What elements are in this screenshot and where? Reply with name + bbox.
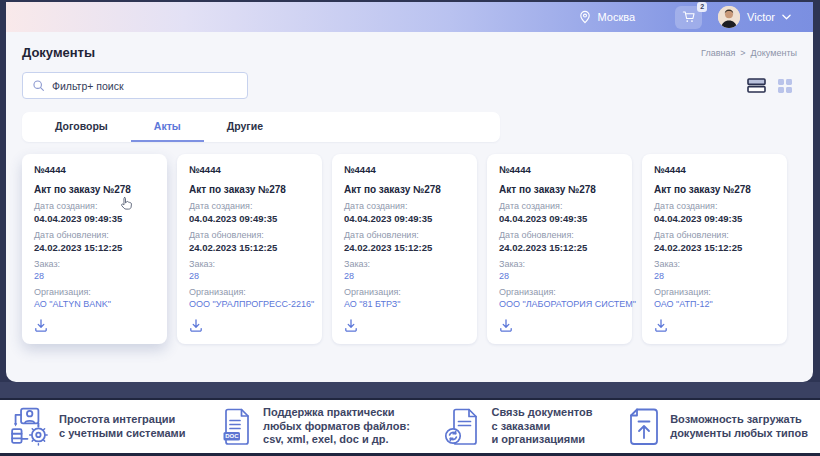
feature-text: Возможность загружать документы любых ти… <box>670 413 808 440</box>
feature-text: Простота интеграции с учетными системами <box>59 413 185 440</box>
org-label: Организация: <box>654 287 775 297</box>
created-value: 04.04.2023 09:49:35 <box>654 213 775 224</box>
document-card[interactable]: №4444 Акт по заказу №278 Дата создания: … <box>487 154 632 344</box>
org-label: Организация: <box>344 287 465 297</box>
tab-akty[interactable]: Акты <box>131 112 204 142</box>
search-input[interactable] <box>52 80 238 92</box>
updated-label: Дата обновления: <box>189 230 310 240</box>
document-number: №4444 <box>654 164 775 175</box>
order-label: Заказ: <box>654 259 775 269</box>
created-label: Дата создания: <box>499 201 620 211</box>
location-pin-icon <box>578 10 592 24</box>
document-number: №4444 <box>189 164 310 175</box>
download-icon[interactable] <box>499 318 513 336</box>
breadcrumb: Главная > Документы <box>701 48 797 58</box>
updated-value: 24.02.2023 15:12:25 <box>34 242 155 253</box>
top-header-bar: Москва 2 Victor <box>6 2 813 32</box>
updated-label: Дата обновления: <box>344 230 465 240</box>
feature-text: Связь документов с заказами и организаци… <box>491 406 592 446</box>
created-value: 04.04.2023 09:49:35 <box>344 213 465 224</box>
content-panel: Документы Главная > Документы <box>6 32 813 382</box>
grid-view-icon[interactable] <box>777 78 793 94</box>
document-card[interactable]: №4444 Акт по заказу №278 Дата создания: … <box>22 154 167 344</box>
created-label: Дата создания: <box>189 201 310 211</box>
created-label: Дата создания: <box>654 201 775 211</box>
feature-upload: Возможность загружать документы любых ти… <box>627 407 808 447</box>
download-icon[interactable] <box>189 318 203 336</box>
document-number: №4444 <box>34 164 155 175</box>
chevron-down-icon <box>782 14 791 20</box>
document-number: №4444 <box>499 164 620 175</box>
avatar <box>718 6 740 28</box>
feature-document-links: Связь документов с заказами и организаци… <box>444 406 592 446</box>
feature-file-formats: DOC Поддержка практически любых форматов… <box>220 406 410 446</box>
order-label: Заказ: <box>34 259 155 269</box>
org-label: Организация: <box>34 287 155 297</box>
order-link[interactable]: 28 <box>344 271 465 281</box>
page-title: Документы <box>22 45 95 60</box>
document-card[interactable]: №4444 Акт по заказу №278 Дата создания: … <box>332 154 477 344</box>
created-label: Дата создания: <box>34 201 155 211</box>
org-label: Организация: <box>189 287 310 297</box>
toolbar-row <box>22 72 797 99</box>
document-card[interactable]: №4444 Акт по заказу №278 Дата создания: … <box>642 154 787 344</box>
document-title: Акт по заказу №278 <box>344 184 465 195</box>
document-title: Акт по заказу №278 <box>499 184 620 195</box>
updated-label: Дата обновления: <box>499 230 620 240</box>
list-view-icon[interactable] <box>747 78 766 93</box>
updated-label: Дата обновления: <box>34 230 155 240</box>
updated-value: 24.02.2023 15:12:25 <box>499 242 620 253</box>
user-name: Victor <box>747 11 775 23</box>
location-label: Москва <box>598 11 636 23</box>
document-number: №4444 <box>344 164 465 175</box>
document-title: Акт по заказу №278 <box>189 184 310 195</box>
tab-drugie[interactable]: Другие <box>204 112 286 142</box>
org-link[interactable]: ОАО "АТП-12" <box>654 299 775 309</box>
feature-integration: Простота интеграции с учетными системами <box>10 407 185 447</box>
org-link[interactable]: ООО "ЛАБОРАТОРИЯ СИСТЕМ" <box>499 299 620 309</box>
document-cards: №4444 Акт по заказу №278 Дата создания: … <box>22 154 797 344</box>
order-link[interactable]: 28 <box>499 271 620 281</box>
download-icon[interactable] <box>344 318 358 336</box>
upload-document-icon <box>627 407 661 447</box>
tab-dogovory[interactable]: Договоры <box>32 112 131 142</box>
order-link[interactable]: 28 <box>654 271 775 281</box>
file-formats-doc-icon: DOC <box>220 407 254 447</box>
order-label: Заказ: <box>499 259 620 269</box>
document-title: Акт по заказу №278 <box>34 184 155 195</box>
user-menu[interactable]: Victor <box>718 6 791 28</box>
cart-button[interactable]: 2 <box>675 6 702 29</box>
svg-text:DOC: DOC <box>225 433 239 439</box>
org-label: Организация: <box>499 287 620 297</box>
order-label: Заказ: <box>344 259 465 269</box>
tabs-bar: Договоры Акты Другие <box>22 112 500 142</box>
org-link[interactable]: ООО "УРАЛПРОГРЕСС-2216" <box>189 299 310 309</box>
order-link[interactable]: 28 <box>189 271 310 281</box>
org-link[interactable]: АО "ALTYN BANK" <box>34 299 155 309</box>
features-footer: Простота интеграции с учетными системами… <box>0 400 820 453</box>
search-icon <box>32 79 45 92</box>
cart-badge: 2 <box>697 2 707 12</box>
breadcrumb-separator: > <box>740 48 745 58</box>
view-toggles <box>747 78 793 94</box>
search-box <box>22 72 248 99</box>
order-label: Заказ: <box>189 259 310 269</box>
breadcrumb-home[interactable]: Главная <box>701 48 735 58</box>
created-value: 04.04.2023 09:49:35 <box>34 213 155 224</box>
org-link[interactable]: АО "81 БТРЗ" <box>344 299 465 309</box>
location-selector[interactable]: Москва <box>578 10 636 24</box>
updated-label: Дата обновления: <box>654 230 775 240</box>
download-icon[interactable] <box>34 318 48 336</box>
document-links-icon <box>444 407 482 447</box>
order-link[interactable]: 28 <box>34 271 155 281</box>
feature-text: Поддержка практически любых форматов фай… <box>263 406 410 446</box>
updated-value: 24.02.2023 15:12:25 <box>654 242 775 253</box>
updated-value: 24.02.2023 15:12:25 <box>189 242 310 253</box>
document-title: Акт по заказу №278 <box>654 184 775 195</box>
cart-icon <box>682 10 696 24</box>
download-icon[interactable] <box>654 318 668 336</box>
created-label: Дата создания: <box>344 201 465 211</box>
document-card[interactable]: №4444 Акт по заказу №278 Дата создания: … <box>177 154 322 344</box>
breadcrumb-current: Документы <box>751 48 797 58</box>
updated-value: 24.02.2023 15:12:25 <box>344 242 465 253</box>
